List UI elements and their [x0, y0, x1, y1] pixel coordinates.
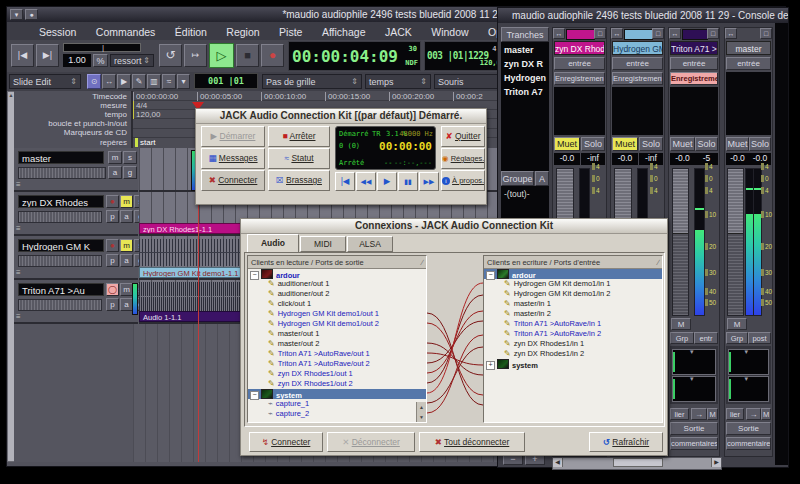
- groups-panel-header-col[interactable]: A: [535, 171, 549, 186]
- port-row[interactable]: ✎master/out 2: [248, 339, 426, 349]
- strip-mute-button[interactable]: Muet: [612, 137, 638, 151]
- port-row[interactable]: ✎zyn DX Rhodes1/out 2: [248, 379, 426, 389]
- tool-grab-button[interactable]: ⊙: [87, 74, 101, 89]
- pan-control[interactable]: ▾: [728, 349, 769, 375]
- pan-link-direction-icon[interactable]: →: [746, 408, 761, 420]
- loop-button[interactable]: ↺: [159, 44, 182, 67]
- client-row-system[interactable]: +system: [484, 359, 662, 369]
- strip-fader[interactable]: [672, 168, 689, 316]
- ruler-label-tempo[interactable]: tempo: [105, 110, 127, 119]
- transport-rewind-to-start-icon[interactable]: |◀: [335, 172, 355, 191]
- pan-link-direction-icon[interactable]: →: [691, 408, 707, 420]
- track-resize-handle[interactable]: ≡: [16, 224, 21, 233]
- track-name-hydrogen[interactable]: Hydrogen GM K: [18, 239, 104, 252]
- window-menu-icon[interactable]: ▾: [10, 9, 23, 20]
- port-row[interactable]: ✎Hydrogen GM Kit demo1/out 1: [248, 309, 426, 319]
- port-row[interactable]: ✎click/out 1: [248, 299, 426, 309]
- pan-link-button[interactable]: lier: [726, 408, 744, 420]
- snap-unit-combo[interactable]: temps⇕: [365, 74, 431, 89]
- strip-processor-box[interactable]: [612, 87, 663, 135]
- jack-settings-button[interactable]: ◉ Réglages...: [441, 148, 485, 169]
- ruler-label-mesure[interactable]: mesure: [100, 101, 127, 110]
- port-row[interactable]: ✎Hydrogen GM Kit demo1/in 2: [484, 289, 662, 299]
- pan-mono-button[interactable]: M: [707, 408, 718, 420]
- strip-width-icon[interactable]: ↔: [725, 28, 737, 39]
- play-button[interactable]: ▷: [209, 43, 234, 68]
- hydrogen-header-fader[interactable]: [18, 255, 102, 267]
- strip-input-button[interactable]: entrée: [670, 57, 718, 70]
- groups-list-item-all[interactable]: -(tout)-: [504, 189, 530, 199]
- strip-name-button[interactable]: zyn DX Rhodes1: [554, 41, 605, 55]
- transport-pause-icon[interactable]: ▮▮: [398, 172, 418, 191]
- input-ports-header[interactable]: Clients en ecriture / Ports d'entrée∕: [484, 256, 662, 269]
- strip-hide-icon[interactable]: □: [652, 28, 664, 39]
- pan-link-button[interactable]: lier: [670, 408, 689, 420]
- zyn-record-arm-button[interactable]: ●: [106, 195, 119, 208]
- strip-name-button[interactable]: master: [726, 41, 771, 55]
- port-row[interactable]: ✎master/out 1: [248, 329, 426, 339]
- client-row-ardour[interactable]: −ardour: [484, 269, 662, 279]
- track-resize-handle[interactable]: ≡: [16, 312, 21, 321]
- pan-control[interactable]: ▾: [728, 376, 769, 402]
- tab-alsa[interactable]: ALSA: [347, 236, 393, 252]
- port-row[interactable]: ✎auditioner/out 2: [248, 289, 426, 299]
- menu-window[interactable]: Window: [431, 23, 468, 41]
- strip-processor-box[interactable]: [554, 87, 605, 135]
- scroll-right-icon[interactable]: ▶: [711, 458, 721, 467]
- port-row[interactable]: ⌁capture_1: [248, 399, 426, 409]
- master-mute-button[interactable]: m: [108, 151, 122, 164]
- master-header-fader[interactable]: [18, 167, 106, 179]
- hydrogen-playlist-button[interactable]: p: [106, 254, 119, 267]
- pan-control[interactable]: ▾: [672, 349, 716, 375]
- strip-solo-button[interactable]: Solo: [749, 137, 771, 151]
- tempo-marker[interactable]: 120,00: [133, 110, 160, 119]
- strip-output-button[interactable]: Sortie: [726, 422, 771, 435]
- port-row[interactable]: ✎zyn DX Rhodes1/in 2: [484, 349, 662, 359]
- zyn-header-fader[interactable]: [18, 211, 102, 223]
- port-row[interactable]: ✎master/in 1: [484, 299, 662, 309]
- mixer-horizontal-scrollbar[interactable]: ◀ ▶: [552, 457, 722, 470]
- strip-mute-button[interactable]: Muet: [726, 137, 749, 151]
- shuttle-mode-combo[interactable]: ressort⇕: [110, 54, 154, 67]
- port-row[interactable]: ✎Triton A71 >AutoRave/in 2: [484, 329, 662, 339]
- transport-rewind-icon[interactable]: ◀◀: [356, 172, 376, 191]
- triton-header-fader[interactable]: [18, 299, 102, 311]
- jack-stop-button[interactable]: ■ Arrêter: [268, 126, 330, 147]
- strip-record-button[interactable]: Enregistrement: [670, 72, 718, 85]
- master-automation-button[interactable]: a: [108, 166, 122, 179]
- strip-gain-display[interactable]: -0.0: [612, 153, 638, 165]
- goto-start-button[interactable]: |◀: [11, 44, 34, 67]
- output-ports-header[interactable]: Clients en lecture / Ports de sortie∕: [248, 256, 426, 269]
- shuttle-speed-value[interactable]: 1.00: [63, 54, 91, 67]
- track-resize-handle[interactable]: ≡: [16, 180, 21, 189]
- strip-solo-button[interactable]: Solo: [581, 137, 605, 151]
- strip-processor-box[interactable]: [670, 87, 718, 135]
- strips-list-item-master[interactable]: master: [504, 45, 534, 55]
- stop-button[interactable]: ■: [236, 44, 259, 67]
- port-row[interactable]: ✎Hydrogen GM Kit demo1/out 2: [248, 319, 426, 329]
- strip-solo-button[interactable]: Solo: [639, 137, 663, 151]
- client-row-ardour[interactable]: −ardour: [248, 269, 426, 279]
- zyn-automation-button[interactable]: a: [120, 210, 133, 223]
- auto-return-button[interactable]: ↦: [184, 44, 207, 67]
- groups-panel-header[interactable]: Groupe: [501, 171, 534, 186]
- strip-comments-button[interactable]: commentaires: [670, 437, 718, 450]
- menu-affichage[interactable]: Affichage: [322, 23, 366, 41]
- record-button[interactable]: ●: [261, 44, 284, 67]
- strip-hide-icon[interactable]: □: [707, 28, 719, 39]
- triton-record-arm-button[interactable]: ◯: [106, 283, 119, 296]
- menu-piste[interactable]: Piste: [279, 23, 302, 41]
- hydrogen-automation-button[interactable]: a: [120, 254, 133, 267]
- hydrogen-mute-button[interactable]: m: [120, 239, 133, 252]
- track-resize-handle[interactable]: ≡: [16, 268, 21, 277]
- strip-gain-display[interactable]: -0.0: [554, 153, 580, 165]
- strip-color-swatch[interactable]: [682, 29, 708, 40]
- strips-list-item-zyn[interactable]: zyn DX R: [504, 59, 543, 69]
- tool-zoom-button[interactable]: ▶: [117, 74, 131, 89]
- track-header-zyn[interactable]: zyn DX Rhodes ● m s p a g ≡: [14, 192, 138, 236]
- tool-draw-button[interactable]: ✎: [132, 74, 146, 89]
- strip-comments-button[interactable]: commentaires: [726, 437, 771, 450]
- connections-titlebar[interactable]: Connexions - JACK Audio Connection Kit: [241, 219, 667, 234]
- strip-solo-button[interactable]: Solo: [695, 137, 718, 151]
- scrollbar-thumb[interactable]: [613, 458, 663, 467]
